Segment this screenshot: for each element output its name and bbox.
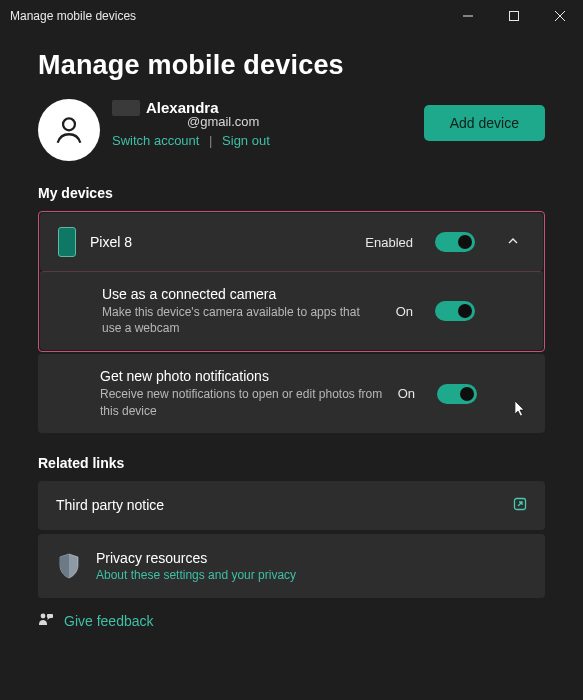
svg-point-4 bbox=[63, 118, 75, 130]
avatar bbox=[38, 99, 100, 161]
device-enabled-toggle[interactable] bbox=[435, 232, 475, 252]
device-highlight-frame: Pixel 8 Enabled Use as a connected camer… bbox=[38, 211, 545, 352]
related-links-label: Related links bbox=[38, 455, 545, 471]
setting-row-connected-camera: Use as a connected camera Make this devi… bbox=[40, 271, 543, 350]
add-device-button[interactable]: Add device bbox=[424, 105, 545, 141]
titlebar: Manage mobile devices bbox=[0, 0, 583, 32]
svg-rect-7 bbox=[47, 614, 53, 618]
expand-chevron-icon[interactable] bbox=[499, 234, 527, 250]
give-feedback-link[interactable]: Give feedback bbox=[38, 612, 545, 631]
setting-row-photo-notifications: Get new photo notifications Receive new … bbox=[38, 354, 545, 432]
minimize-button[interactable] bbox=[445, 0, 491, 32]
connected-camera-toggle[interactable] bbox=[435, 301, 475, 321]
device-enabled-label: Enabled bbox=[365, 235, 413, 250]
switch-account-link[interactable]: Switch account bbox=[112, 133, 199, 148]
my-devices-label: My devices bbox=[38, 185, 545, 201]
shield-icon bbox=[56, 551, 82, 581]
feedback-label: Give feedback bbox=[64, 613, 154, 629]
photo-notifications-toggle[interactable] bbox=[437, 384, 477, 404]
device-row[interactable]: Pixel 8 Enabled bbox=[40, 213, 543, 271]
maximize-button[interactable] bbox=[491, 0, 537, 32]
link-title: Third party notice bbox=[56, 497, 499, 513]
link-title: Privacy resources bbox=[96, 550, 527, 566]
setting-title: Use as a connected camera bbox=[102, 286, 382, 302]
link-subtitle: About these settings and your privacy bbox=[96, 568, 527, 582]
svg-point-6 bbox=[41, 613, 46, 618]
account-section: Alexandra @gmail.com Switch account | Si… bbox=[38, 99, 545, 161]
setting-description: Receive new notifications to open or edi… bbox=[100, 386, 384, 418]
redacted-name-part bbox=[112, 100, 140, 116]
setting-description: Make this device's camera available to a… bbox=[102, 304, 382, 336]
setting-title: Get new photo notifications bbox=[100, 368, 384, 384]
setting-state-label: On bbox=[398, 386, 415, 401]
device-name: Pixel 8 bbox=[90, 234, 351, 250]
third-party-notice-link[interactable]: Third party notice bbox=[38, 481, 545, 530]
setting-state-label: On bbox=[396, 304, 413, 319]
window-title: Manage mobile devices bbox=[10, 9, 136, 23]
devices-list: Pixel 8 Enabled Use as a connected camer… bbox=[38, 211, 545, 433]
account-email: @gmail.com bbox=[112, 114, 412, 129]
sign-out-link[interactable]: Sign out bbox=[222, 133, 270, 148]
phone-icon bbox=[58, 227, 76, 257]
feedback-icon bbox=[38, 612, 54, 631]
svg-rect-1 bbox=[510, 12, 519, 21]
page-title: Manage mobile devices bbox=[38, 50, 545, 81]
external-link-icon bbox=[513, 497, 527, 514]
privacy-resources-link[interactable]: Privacy resources About these settings a… bbox=[38, 534, 545, 598]
close-button[interactable] bbox=[537, 0, 583, 32]
